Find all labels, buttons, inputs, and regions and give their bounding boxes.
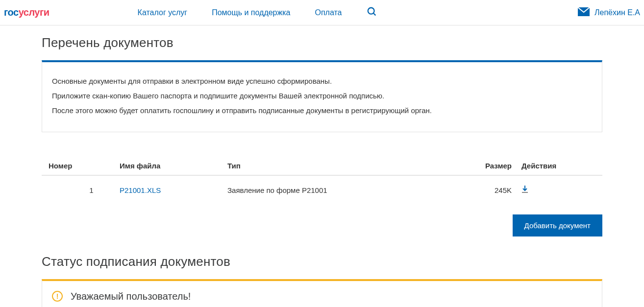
info-box: Основные документы для отправки в электр… [42,60,602,132]
nav-catalog[interactable]: Каталог услуг [138,8,188,17]
file-link[interactable]: P21001.XLS [120,186,161,194]
table-header: Номер Имя файла Тип Размер Действия [42,157,602,176]
button-row: Добавить документ [42,214,602,236]
documents-section-title: Перечень документов [42,35,602,50]
user-name-label: Лепёхин Е.А [594,8,640,17]
svg-rect-4 [522,192,528,193]
cell-number: 1 [49,186,120,194]
download-icon[interactable] [521,187,528,195]
table-row: 1 P21001.XLS Заявление по форме Р21001 2… [42,176,602,205]
warning-title: Уважаемый пользователь! [71,291,191,302]
header-filename: Имя файла [120,162,227,170]
documents-table: Номер Имя файла Тип Размер Действия 1 P2… [42,157,602,205]
status-section-title: Статус подписания документов [42,254,602,269]
info-line-2: Приложите скан-копию Вашего паспорта и п… [52,89,592,103]
main-content: Перечень документов Основные документы д… [0,25,644,307]
svg-point-0 [368,7,374,14]
nav-help[interactable]: Помощь и поддержка [212,8,290,17]
warning-icon: ! [52,291,63,302]
search-icon[interactable] [367,6,377,19]
info-line-1: Основные документы для отправки в электр… [52,74,592,89]
logo[interactable]: госуслуги [4,7,50,18]
status-section: Статус подписания документов ! Уважаемый… [42,254,602,307]
nav-payment[interactable]: Оплата [315,8,342,17]
info-line-3: После этого можно будет оплатить госпошл… [52,103,592,118]
cell-size: 245K [463,186,521,194]
warning-box: ! Уважаемый пользователь! [42,279,602,307]
user-menu[interactable]: Лепёхин Е.А [578,7,640,18]
header-type: Тип [227,162,463,170]
header-size: Размер [463,162,521,170]
mail-icon [578,7,590,18]
top-header: госуслуги Каталог услуг Помощь и поддерж… [0,0,644,25]
header-actions: Действия [521,162,595,170]
add-document-button[interactable]: Добавить документ [513,214,602,236]
cell-type: Заявление по форме Р21001 [227,186,463,194]
header-number: Номер [49,162,120,170]
svg-line-1 [373,13,375,15]
